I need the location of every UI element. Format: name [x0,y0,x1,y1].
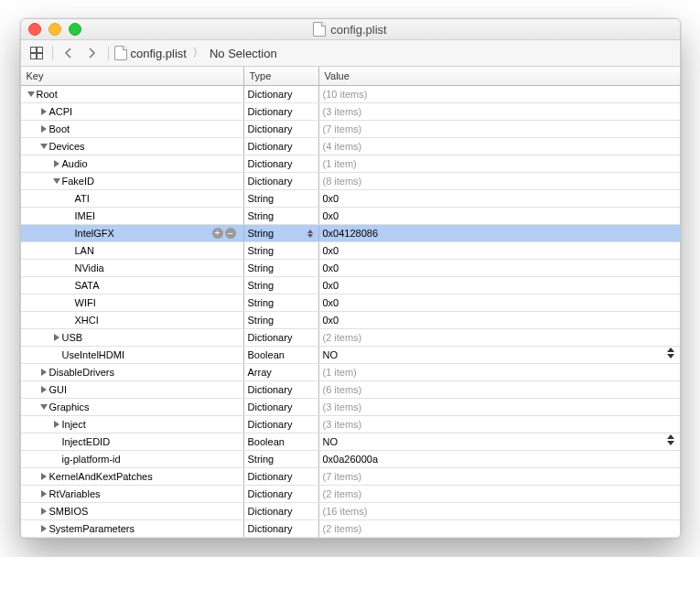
disclosure-closed-icon[interactable] [39,108,48,115]
disclosure-open-icon[interactable] [27,91,36,97]
key-cell[interactable]: ACPI [21,103,244,120]
value-cell[interactable]: 0x0a26000a [319,451,680,467]
nav-back-button[interactable] [59,44,79,62]
value-cell[interactable]: (2 items) [319,486,680,502]
disclosure-closed-icon[interactable] [52,160,61,167]
disclosure-closed-icon[interactable] [39,386,48,393]
type-cell[interactable]: Dictionary [244,329,319,346]
column-header-type[interactable]: Type [244,67,319,85]
key-cell[interactable]: Inject [21,416,244,433]
disclosure-closed-icon[interactable] [39,490,48,498]
value-cell[interactable]: (7 items) [319,121,680,137]
disclosure-closed-icon[interactable] [39,473,48,480]
key-cell[interactable]: LAN [21,242,244,259]
value-cell[interactable]: (1 item) [319,364,680,380]
key-cell[interactable]: Root [21,86,244,102]
minimize-icon[interactable] [48,23,61,36]
table-row[interactable]: SMBIOSDictionary(16 items) [21,503,680,520]
disclosure-open-icon[interactable] [52,178,61,184]
type-cell[interactable]: Dictionary [244,103,319,120]
type-cell[interactable]: String [244,260,319,276]
close-icon[interactable] [28,23,41,36]
type-cell[interactable]: Dictionary [244,381,319,398]
value-cell[interactable]: 0x0 [319,190,680,207]
value-cell[interactable]: (6 items) [319,381,680,398]
table-row[interactable]: RootDictionary(10 items) [21,86,680,103]
breadcrumb[interactable]: config.plist 〉 No Selection [114,45,277,61]
value-cell[interactable]: 0x0 [319,312,680,328]
disclosure-closed-icon[interactable] [39,508,48,515]
key-cell[interactable]: KernelAndKextPatches [21,468,244,485]
disclosure-closed-icon[interactable] [39,369,48,376]
type-cell[interactable]: Dictionary [244,86,319,102]
key-cell[interactable]: GUI [21,381,244,398]
type-cell[interactable]: Dictionary [244,155,319,172]
table-row[interactable]: KernelAndKextPatchesDictionary(7 items) [21,468,680,486]
column-header-key[interactable]: Key [21,67,244,85]
type-cell[interactable]: String [244,451,319,467]
key-cell[interactable]: InjectEDID [21,433,244,450]
type-cell[interactable]: Dictionary [244,503,319,519]
key-cell[interactable]: SystemParameters [21,520,244,537]
table-row[interactable]: ig-platform-idString0x0a26000a [21,451,680,468]
table-row[interactable]: InjectEDIDBooleanNO [21,433,680,451]
type-cell[interactable]: Boolean [244,347,319,363]
disclosure-closed-icon[interactable] [39,125,48,133]
table-row[interactable]: IntelGFX+–String0x04128086 [21,225,680,242]
type-cell[interactable]: String [244,190,319,207]
value-cell[interactable]: (2 items) [319,520,680,537]
value-stepper-icon[interactable] [667,348,674,359]
value-cell[interactable]: NO [319,433,680,450]
type-cell[interactable]: Dictionary [244,399,319,415]
key-cell[interactable]: WIFI [21,294,244,311]
key-cell[interactable]: ig-platform-id [21,451,244,467]
key-cell[interactable]: Audio [21,155,244,172]
nav-forward-button[interactable] [82,44,102,62]
key-cell[interactable]: NVidia [21,260,244,276]
type-cell[interactable]: String [244,312,319,328]
type-cell[interactable]: Boolean [244,433,319,450]
table-row[interactable]: WIFIString0x0 [21,294,680,312]
value-cell[interactable]: (4 items) [319,138,680,155]
key-cell[interactable]: SATA [21,277,244,294]
type-cell[interactable]: Dictionary [244,486,319,502]
zoom-icon[interactable] [69,23,81,36]
table-row[interactable]: UseIntelHDMIBooleanNO [21,347,680,364]
disclosure-closed-icon[interactable] [52,334,61,341]
key-cell[interactable]: UseIntelHDMI [21,347,244,363]
key-cell[interactable]: IMEI [21,208,244,224]
value-cell[interactable]: (3 items) [319,103,680,120]
key-cell[interactable]: SMBIOS [21,503,244,519]
value-cell[interactable]: (7 items) [319,468,680,485]
type-cell[interactable]: Dictionary [244,520,319,537]
value-cell[interactable]: (2 items) [319,329,680,346]
key-cell[interactable]: RtVariables [21,486,244,502]
related-items-button[interactable] [27,44,47,62]
key-cell[interactable]: Boot [21,121,244,137]
type-cell[interactable]: Dictionary [244,138,319,155]
value-cell[interactable]: (3 items) [319,416,680,433]
type-cell[interactable]: Array [244,364,319,380]
value-cell[interactable]: (3 items) [319,399,680,415]
type-cell[interactable]: Dictionary [244,468,319,485]
value-cell[interactable]: 0x04128086 [319,225,680,241]
table-row[interactable]: SATAString0x0 [21,277,680,294]
key-cell[interactable]: IntelGFX+– [21,225,244,241]
table-row[interactable]: USBDictionary(2 items) [21,329,680,347]
table-row[interactable]: GUIDictionary(6 items) [21,381,680,399]
remove-row-button[interactable]: – [225,228,236,239]
table-row[interactable]: DevicesDictionary(4 items) [21,138,680,155]
disclosure-closed-icon[interactable] [39,525,48,532]
key-cell[interactable]: XHCI [21,312,244,328]
value-cell[interactable]: 0x0 [319,242,680,259]
type-cell[interactable]: String [244,294,319,311]
value-cell[interactable]: 0x0 [319,294,680,311]
add-row-button[interactable]: + [212,228,223,239]
table-row[interactable]: LANString0x0 [21,242,680,260]
type-cell[interactable]: Dictionary [244,121,319,137]
value-cell[interactable]: 0x0 [319,208,680,224]
key-cell[interactable]: DisableDrivers [21,364,244,380]
table-row[interactable]: FakeIDDictionary(8 items) [21,173,680,190]
key-cell[interactable]: FakeID [21,173,244,189]
value-cell[interactable]: (8 items) [319,173,680,189]
